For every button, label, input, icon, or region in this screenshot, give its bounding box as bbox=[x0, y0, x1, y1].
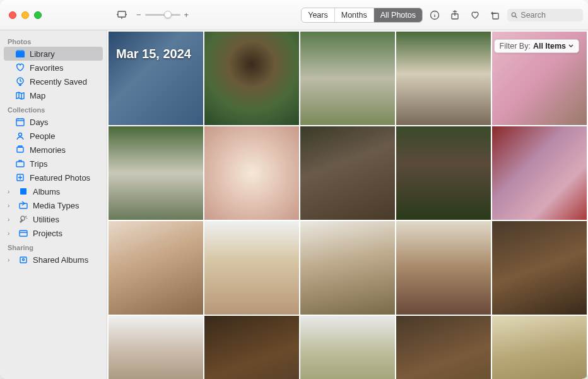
search-input[interactable] bbox=[520, 11, 579, 20]
sidebar-item-label: Featured Photos bbox=[30, 173, 90, 183]
sidebar-item-map[interactable]: Map bbox=[4, 88, 103, 102]
fullscreen-window-button[interactable] bbox=[34, 11, 42, 19]
view-segmented-control: YearsMonthsAll Photos bbox=[301, 8, 423, 23]
view-tab-all-photos[interactable]: All Photos bbox=[374, 8, 422, 22]
svg-rect-10 bbox=[17, 147, 23, 152]
svg-rect-14 bbox=[20, 188, 26, 195]
zoom-slider[interactable]: − + bbox=[136, 10, 189, 20]
photo-thumbnail[interactable] bbox=[109, 126, 203, 220]
window-body: PhotosLibraryFavoritesRecently SavedMapC… bbox=[0, 30, 588, 379]
close-window-button[interactable] bbox=[9, 11, 16, 19]
sidebar-section-photos: Photos bbox=[0, 34, 107, 47]
sidebar-item-recently-saved[interactable]: Recently Saved bbox=[4, 75, 103, 88]
slider-knob[interactable] bbox=[164, 11, 172, 18]
sidebar-item-utilities[interactable]: ›Utilities bbox=[4, 212, 103, 226]
sidebar-item-label: Utilities bbox=[33, 215, 59, 224]
suitcase-icon bbox=[15, 159, 25, 169]
sidebar-item-albums[interactable]: ›Albums bbox=[4, 184, 103, 198]
rotate-button[interactable] bbox=[487, 8, 503, 23]
info-button[interactable] bbox=[426, 8, 443, 23]
view-tab-years[interactable]: Years bbox=[302, 8, 335, 22]
sidebar-item-projects[interactable]: ›Projects bbox=[4, 226, 103, 240]
sidebar: PhotosLibraryFavoritesRecently SavedMapC… bbox=[0, 30, 107, 379]
photo-thumbnail[interactable] bbox=[204, 32, 299, 125]
sidebar-item-featured-photos[interactable]: Featured Photos bbox=[4, 171, 103, 184]
photo-thumbnail[interactable] bbox=[204, 221, 299, 315]
sidebar-item-trips[interactable]: Trips bbox=[4, 157, 103, 171]
svg-rect-16 bbox=[20, 231, 27, 236]
disclosure-chevron-icon[interactable]: › bbox=[8, 256, 14, 263]
filter-label: Filter By: bbox=[500, 42, 531, 51]
library-icon bbox=[15, 49, 25, 59]
disclosure-chevron-icon[interactable]: › bbox=[8, 188, 14, 195]
sidebar-item-label: Trips bbox=[30, 159, 47, 169]
titlebar: − + YearsMonthsAll Photos bbox=[0, 0, 588, 30]
favorite-button[interactable] bbox=[467, 8, 483, 23]
photo-thumbnail[interactable] bbox=[300, 126, 395, 220]
app-window: − + YearsMonthsAll Photos bbox=[0, 0, 588, 379]
svg-rect-8 bbox=[16, 119, 24, 126]
minimize-window-button[interactable] bbox=[21, 11, 29, 19]
sidebar-item-favorites[interactable]: Favorites bbox=[4, 61, 103, 75]
svg-rect-6 bbox=[16, 50, 24, 51]
map-icon bbox=[15, 90, 25, 100]
toolbar-left: − + bbox=[107, 8, 189, 23]
album-icon bbox=[18, 186, 28, 196]
person-icon bbox=[15, 131, 25, 141]
sidebar-item-label: Recently Saved bbox=[30, 77, 87, 87]
photo-thumbnail[interactable] bbox=[204, 126, 299, 220]
photo-thumbnail[interactable] bbox=[492, 221, 587, 315]
photo-grid[interactable] bbox=[107, 30, 588, 379]
svg-rect-12 bbox=[16, 162, 24, 167]
photo-thumbnail[interactable] bbox=[300, 316, 395, 379]
zoom-out-icon[interactable]: − bbox=[136, 10, 141, 20]
photo-thumbnail[interactable] bbox=[396, 126, 491, 220]
zoom-in-icon[interactable]: + bbox=[184, 10, 189, 20]
disclosure-chevron-icon[interactable]: › bbox=[8, 202, 14, 209]
photo-thumbnail[interactable] bbox=[109, 32, 203, 125]
svg-rect-0 bbox=[118, 11, 126, 17]
sidebar-item-label: Media Types bbox=[33, 201, 79, 210]
share-button[interactable] bbox=[447, 8, 463, 23]
photo-grid-area: Mar 15, 2024 Filter By: All Items bbox=[107, 30, 588, 379]
photo-thumbnail[interactable] bbox=[396, 316, 491, 379]
filter-value: All Items bbox=[533, 42, 566, 51]
photo-thumbnail[interactable] bbox=[109, 221, 203, 315]
filter-dropdown[interactable]: Filter By: All Items bbox=[494, 39, 579, 53]
svg-rect-11 bbox=[18, 146, 22, 147]
sidebar-section-sharing: Sharing bbox=[0, 240, 107, 253]
slider-track[interactable] bbox=[145, 14, 180, 16]
search-icon bbox=[511, 11, 517, 19]
sidebar-item-label: People bbox=[30, 131, 55, 141]
svg-point-9 bbox=[19, 133, 22, 136]
sidebar-item-media-types[interactable]: ›Media Types bbox=[4, 198, 103, 212]
wrench-icon bbox=[18, 214, 28, 224]
sidebar-item-label: Albums bbox=[33, 187, 60, 196]
aspect-fit-icon[interactable] bbox=[114, 8, 130, 23]
disclosure-chevron-icon[interactable]: › bbox=[8, 216, 14, 223]
media-icon bbox=[18, 200, 28, 210]
photo-thumbnail[interactable] bbox=[396, 32, 491, 125]
sidebar-item-days[interactable]: Days bbox=[4, 115, 103, 129]
sidebar-item-label: Projects bbox=[33, 229, 62, 238]
sidebar-item-shared-albums[interactable]: ›Shared Albums bbox=[4, 253, 103, 267]
view-tab-months[interactable]: Months bbox=[335, 8, 374, 22]
window-controls bbox=[0, 11, 107, 19]
photo-thumbnail[interactable] bbox=[300, 32, 395, 125]
search-field[interactable] bbox=[507, 9, 583, 21]
photo-thumbnail[interactable] bbox=[492, 316, 587, 379]
photo-thumbnail[interactable] bbox=[109, 316, 203, 379]
svg-rect-5 bbox=[16, 51, 25, 57]
photo-thumbnail[interactable] bbox=[396, 221, 491, 315]
projects-icon bbox=[18, 228, 28, 238]
photo-thumbnail[interactable] bbox=[492, 126, 587, 220]
sidebar-item-people[interactable]: People bbox=[4, 129, 103, 143]
clock-down-icon bbox=[15, 76, 25, 87]
sidebar-item-label: Days bbox=[30, 117, 49, 127]
sidebar-item-memories[interactable]: Memories bbox=[4, 143, 103, 157]
photo-thumbnail[interactable] bbox=[300, 221, 395, 315]
disclosure-chevron-icon[interactable]: › bbox=[8, 230, 14, 237]
sidebar-item-library[interactable]: Library bbox=[4, 47, 103, 61]
photo-thumbnail[interactable] bbox=[204, 316, 299, 379]
sparkle-icon bbox=[15, 172, 25, 183]
